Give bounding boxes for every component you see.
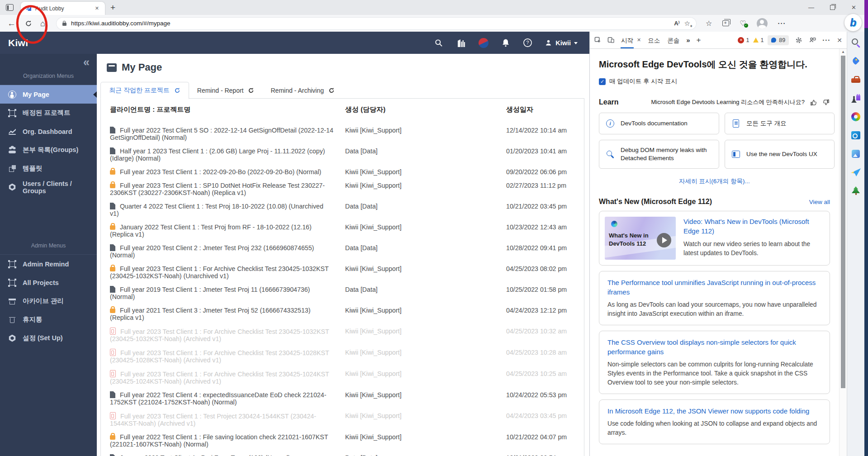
microsoft365-icon[interactable] bbox=[850, 111, 861, 122]
table-row[interactable]: Full year 2023 Test Client 1 : 2022-09-2… bbox=[101, 165, 584, 179]
refresh-icon[interactable] bbox=[174, 87, 180, 94]
designer-icon[interactable] bbox=[850, 148, 861, 159]
shopping-icon[interactable] bbox=[850, 56, 861, 66]
settings-more-icon[interactable]: ··· bbox=[778, 19, 786, 27]
issues-badge[interactable]: 89 bbox=[768, 35, 789, 45]
frame-icon[interactable]: All Projects bbox=[0, 273, 97, 292]
hexagon-icon[interactable]: Users / Clients / Groups bbox=[0, 178, 97, 196]
search-icon[interactable] bbox=[434, 38, 443, 48]
home-button[interactable]: ⌂ bbox=[40, 19, 45, 28]
tab-actions-icon[interactable] bbox=[6, 4, 14, 11]
devtools-tab-console[interactable]: 콘솔 bbox=[667, 32, 680, 48]
table-row[interactable]: January 2022 Test Client 1 : Test Proj f… bbox=[101, 220, 584, 241]
address-bar[interactable]: https://kiwi.auditlobby.com/#/mypage A) … bbox=[56, 17, 697, 30]
tab-remind-archiving[interactable]: Remind - Archiving bbox=[262, 82, 343, 99]
table-row[interactable]: Full year 2023 Test Client 1 : SP10 DotN… bbox=[101, 179, 584, 200]
help-icon[interactable]: ? bbox=[523, 38, 532, 48]
table-row[interactable]: Full year 2022 Test Client 1 : File savi… bbox=[101, 430, 584, 451]
article-title-link[interactable]: The Performance tool unminifies JavaScri… bbox=[607, 278, 821, 297]
table-row[interactable]: Full year 2022 Test Client 5 SO : 2022-1… bbox=[101, 124, 584, 144]
devtools-close-icon[interactable]: ✕ bbox=[837, 37, 842, 44]
article-title-link[interactable]: The CSS Overview tool displays non-simpl… bbox=[607, 337, 821, 356]
profile-avatar[interactable] bbox=[757, 18, 768, 29]
devtools-more-icon[interactable]: ··· bbox=[822, 36, 830, 44]
thumbs-up-icon[interactable] bbox=[810, 99, 817, 106]
refresh-icon[interactable] bbox=[328, 87, 335, 94]
tab-remind-report[interactable]: Remind - Report bbox=[189, 82, 263, 99]
read-aloud-icon[interactable]: A) bbox=[674, 20, 679, 27]
table-row[interactable]: Quarter 4 2022 Test Client 1 : Test Proj… bbox=[101, 200, 584, 220]
devtools-tab-close-icon[interactable]: ✕ bbox=[637, 37, 641, 43]
bing-discover-button[interactable]: b bbox=[844, 14, 862, 31]
people-icon[interactable]: 본부 목록(Groups) bbox=[0, 141, 97, 159]
notifications-bell-icon[interactable] bbox=[501, 38, 511, 48]
add-sidebar-item-icon[interactable] bbox=[850, 214, 861, 225]
view-all-link[interactable]: View all bbox=[809, 199, 830, 205]
app-logo[interactable]: Kiwi bbox=[8, 38, 28, 48]
more-tabs-icon[interactable]: » bbox=[686, 36, 690, 44]
add-devtools-tab-icon[interactable]: + bbox=[697, 36, 701, 45]
user-menu[interactable]: Kiwii bbox=[545, 39, 578, 47]
video-thumbnail[interactable]: What's New in DevTools 112 bbox=[605, 217, 676, 260]
outlook-icon[interactable] bbox=[850, 130, 861, 141]
url-text[interactable]: https://kiwi.auditlobby.com/#/mypage bbox=[71, 20, 669, 27]
collections-icon[interactable] bbox=[722, 20, 729, 26]
warning-badge[interactable]: 1 bbox=[753, 37, 764, 43]
browser-tab[interactable]: Audit Lobby ✕ bbox=[21, 2, 105, 15]
games-icon[interactable] bbox=[850, 93, 861, 104]
sidebar-search-icon[interactable] bbox=[850, 37, 861, 48]
learn-card[interactable]: Use the new DevTools UX bbox=[725, 140, 835, 169]
error-badge[interactable]: ✕1 bbox=[738, 37, 749, 43]
tab-recent-projects[interactable]: 최근 작업한 프로젝트 bbox=[100, 82, 189, 99]
checkbox-checked[interactable]: ✓ bbox=[599, 78, 606, 85]
scrollbar-up-icon[interactable]: ▲ bbox=[840, 49, 847, 55]
favorites-icon[interactable]: ☆ bbox=[706, 19, 712, 28]
org-buildings-icon[interactable] bbox=[455, 38, 466, 48]
tree-icon[interactable] bbox=[850, 185, 861, 196]
show-more-link[interactable]: 자세히 표시(6개의 항목)... bbox=[599, 177, 830, 185]
add-favorite-icon[interactable]: ☆ bbox=[684, 19, 690, 28]
new-tab-button[interactable]: + bbox=[110, 3, 115, 13]
user-circle-icon[interactable]: My Page bbox=[0, 85, 97, 104]
tab-close-icon[interactable]: ✕ bbox=[93, 5, 101, 12]
scrollbar-thumb[interactable] bbox=[841, 56, 845, 388]
refresh-button[interactable] bbox=[25, 19, 32, 28]
refresh-icon[interactable] bbox=[248, 87, 254, 94]
devtools-tab-welcome[interactable]: 시작 bbox=[621, 32, 634, 48]
browser-essentials-icon[interactable]: ♡ bbox=[740, 19, 746, 28]
table-row[interactable]: January 2022 Test Client 1 : Proj From T… bbox=[101, 451, 584, 456]
video-card[interactable]: What's New in DevTools 112 Video: What's… bbox=[599, 211, 830, 266]
article-title-link[interactable]: In Microsoft Edge 112, the JSON Viewer n… bbox=[607, 406, 821, 416]
news-article-card[interactable]: The Performance tool unminifies JavaScri… bbox=[599, 271, 830, 325]
tools-icon[interactable] bbox=[850, 74, 861, 85]
table-row[interactable]: Full year 2022 Test Client 4 : expectedI… bbox=[101, 388, 584, 409]
close-window-button[interactable]: ✕ bbox=[843, 0, 864, 15]
lock-icon[interactable] bbox=[62, 23, 66, 26]
minimize-button[interactable]: — bbox=[801, 0, 822, 15]
devtools-settings-gear-icon[interactable] bbox=[795, 37, 802, 44]
devtools-tab-elements[interactable]: 요소 bbox=[647, 32, 660, 48]
news-article-card[interactable]: In Microsoft Edge 112, the JSON Viewer n… bbox=[599, 399, 830, 444]
table-row[interactable]: Full year 2021 Test Client 3 : Jmeter Te… bbox=[101, 304, 584, 324]
frame-icon[interactable]: 배정된 프로젝트 bbox=[0, 104, 97, 122]
restore-button[interactable] bbox=[822, 0, 843, 15]
archive2-icon[interactable]: 아카이브 관리 bbox=[0, 292, 97, 310]
send-icon[interactable] bbox=[850, 167, 861, 178]
trash-icon[interactable]: 휴지통 bbox=[0, 310, 97, 329]
copy-icon[interactable]: 템플릿 bbox=[0, 159, 97, 178]
table-row[interactable]: Full year 2019 Test Client 1 : Jmeter Te… bbox=[101, 283, 584, 304]
inspect-element-icon[interactable] bbox=[594, 37, 601, 43]
devtools-scrollbar[interactable]: ▲ bbox=[839, 49, 847, 456]
learn-card[interactable]: DevTools documentation bbox=[599, 113, 719, 134]
chart-icon[interactable]: Org. Dashboard bbox=[0, 122, 97, 141]
sidebar-collapse-icon[interactable]: « bbox=[83, 57, 90, 68]
table-row[interactable]: Full year 2020 Test Client 2 : Jmeter Te… bbox=[101, 241, 584, 262]
table-row[interactable]: Full year 2023 Test Client 1 : For Archi… bbox=[101, 324, 584, 346]
hexagon-icon[interactable]: 설정 (Set Up) bbox=[0, 329, 97, 347]
back-button[interactable]: ← bbox=[7, 19, 16, 28]
table-row[interactable]: Full year 2023 Test Client 1 : For Archi… bbox=[101, 367, 584, 388]
video-link[interactable]: Video: What's New in DevTools (Microsoft… bbox=[683, 217, 824, 236]
table-row[interactable]: Full year 2023 Test Client 1 : For Archi… bbox=[101, 346, 584, 367]
table-row[interactable]: Full year 2023 Test Client 1 : For Archi… bbox=[101, 262, 584, 283]
learn-card[interactable]: 모든 도구 개요 bbox=[725, 113, 835, 134]
